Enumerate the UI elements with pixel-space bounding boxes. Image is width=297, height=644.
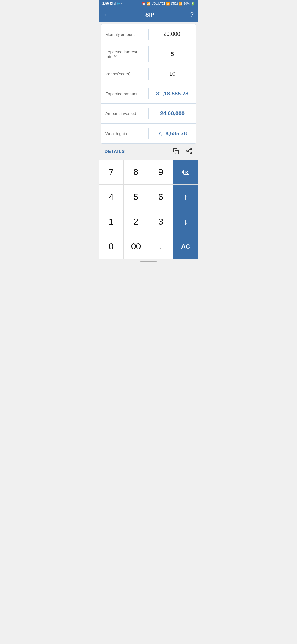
key-2[interactable]: 2 (124, 209, 148, 234)
key-ac[interactable]: AC (173, 234, 198, 259)
key-5[interactable]: 5 (124, 185, 148, 209)
monthly-amount-input[interactable]: 20,000 (149, 28, 196, 41)
status-icons: ⏰ 📶 VOL LTE1 📶 LTE2 📶 60% 🔋 (142, 2, 195, 6)
svg-line-4 (188, 151, 190, 152)
details-label: DETAILS (105, 149, 125, 154)
help-button[interactable]: ? (190, 11, 194, 18)
expected-amount-value: 31,18,585.78 (149, 87, 196, 100)
amount-invested-value: 24,00,000 (149, 107, 196, 120)
monthly-amount-label: Monthly amount (101, 29, 149, 40)
key-backspace[interactable] (173, 160, 198, 185)
interest-rate-row: Expected interest rate % 5 (101, 44, 196, 64)
key-8[interactable]: 8 (124, 160, 148, 185)
status-bar: 2:55 🖼 M 🐦 • ⏰ 📶 VOL LTE1 📶 LTE2 📶 60% 🔋 (99, 0, 198, 7)
svg-rect-0 (175, 150, 179, 154)
period-input[interactable]: 10 (149, 67, 196, 80)
bottom-indicator (140, 261, 157, 262)
interest-rate-input[interactable]: 5 (149, 48, 196, 61)
period-row: Period(Years) 10 (101, 64, 196, 84)
period-label: Period(Years) (101, 68, 149, 80)
key-0[interactable]: 0 (99, 234, 124, 259)
key-6[interactable]: 6 (148, 185, 173, 209)
top-bar: ← SIP ? (99, 7, 198, 22)
back-button[interactable]: ← (103, 11, 109, 18)
wealth-gain-row: Wealth gain 7,18,585.78 (101, 124, 196, 143)
status-time: 2:55 🖼 M 🐦 • (102, 2, 122, 6)
key-7[interactable]: 7 (99, 160, 124, 185)
keypad: 7 8 9 4 5 6 ↑ 1 2 3 ↓ 0 00 . AC (99, 160, 198, 259)
expected-amount-label: Expected amount (101, 88, 149, 99)
wealth-gain-value: 7,18,585.78 (149, 127, 196, 140)
interest-rate-label: Expected interest rate % (101, 46, 149, 62)
copy-button[interactable] (173, 148, 179, 156)
share-button[interactable] (186, 148, 193, 156)
key-1[interactable]: 1 (99, 209, 124, 234)
key-down[interactable]: ↓ (173, 209, 198, 234)
details-icons (173, 148, 193, 156)
bottom-bar (99, 259, 198, 264)
expected-amount-row: Expected amount 31,18,585.78 (101, 84, 196, 104)
key-dot[interactable]: . (148, 234, 173, 259)
key-up[interactable]: ↑ (173, 185, 198, 209)
key-9[interactable]: 9 (148, 160, 173, 185)
details-bar: DETAILS (99, 144, 198, 160)
fields-container: Monthly amount 20,000 Expected interest … (101, 24, 196, 144)
svg-line-5 (188, 149, 190, 151)
key-00[interactable]: 00 (124, 234, 148, 259)
amount-invested-label: Amount invested (101, 108, 149, 119)
wealth-gain-label: Wealth gain (101, 128, 149, 139)
monthly-amount-row: Monthly amount 20,000 (101, 24, 196, 44)
page-title: SIP (145, 12, 154, 18)
amount-invested-row: Amount invested 24,00,000 (101, 104, 196, 124)
key-3[interactable]: 3 (148, 209, 173, 234)
key-4[interactable]: 4 (99, 185, 124, 209)
